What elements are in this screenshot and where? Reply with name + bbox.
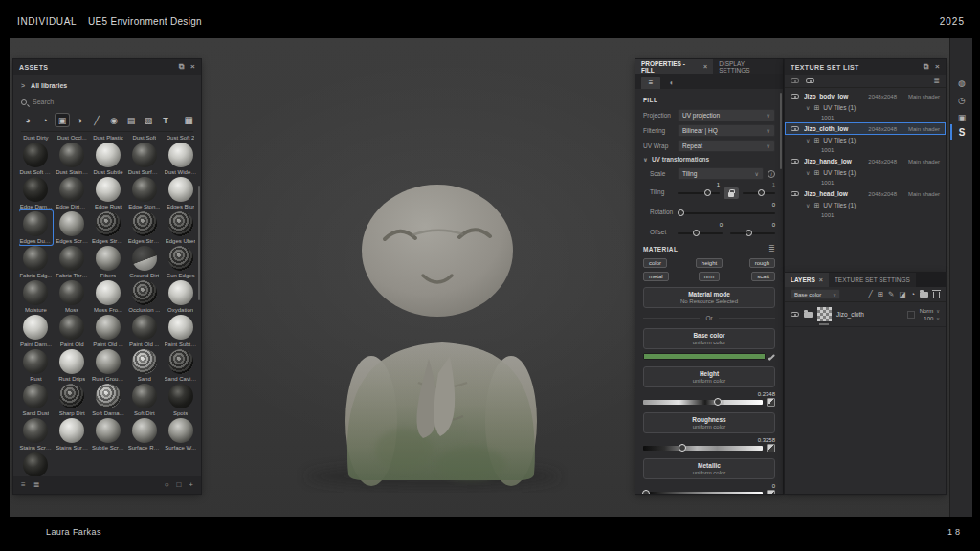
asset-item[interactable]: Paint Old [56, 314, 89, 348]
asset-item[interactable]: Paint Subtl... [164, 314, 197, 348]
uv-tiles-row[interactable]: ∨⊞UV Tiles (1) [785, 135, 946, 145]
asset-item[interactable]: Sand Dust [19, 383, 53, 417]
delete-layer-icon[interactable] [933, 292, 940, 298]
fonts-filter-icon[interactable]: T [159, 114, 172, 126]
popout-icon[interactable]: ⧉ [179, 63, 185, 71]
environments-filter-icon[interactable]: ▧ [142, 114, 155, 126]
asset-item[interactable]: Dust Surface [127, 142, 161, 176]
roughness-slider[interactable] [643, 446, 763, 451]
procedurals-filter-icon[interactable]: ▤ [124, 114, 138, 126]
channel-chip-scatt[interactable]: scatt [751, 272, 775, 281]
asset-item[interactable]: Edges Stro... [92, 210, 125, 245]
slider-knob[interactable] [714, 398, 722, 406]
close-icon[interactable]: × [819, 276, 823, 283]
asset-item[interactable]: Paint Dam... [19, 314, 53, 348]
asset-item[interactable]: Edge Dam... [19, 176, 53, 210]
add-mask-icon[interactable]: ◪ [899, 291, 905, 298]
uv-wrap-dropdown[interactable]: Repeat ∨ [678, 140, 775, 152]
tab-layers[interactable]: LAYERS × [785, 273, 829, 287]
asset-item[interactable]: Edges Blur [164, 176, 197, 210]
tiling-lock-button[interactable] [724, 187, 739, 199]
base-color-swatch[interactable] [643, 353, 766, 360]
add-paint-layer-icon[interactable]: ✎ [888, 291, 894, 298]
materials-filter-icon[interactable]: ◕ [21, 114, 34, 126]
subtab-material-icon[interactable]: ◐ [662, 77, 681, 89]
asset-item[interactable]: Dust Soft 2 [164, 134, 197, 142]
asset-item[interactable]: Soft Dama... [92, 383, 125, 417]
texture-set-row[interactable]: Jizo_hands_low2048x2048Main shader [785, 155, 946, 167]
asset-item[interactable]: Edge Rust [92, 176, 125, 210]
asset-item[interactable]: Surface Rust [127, 417, 161, 452]
layer-thumbnail[interactable] [817, 307, 832, 321]
pending-resources-icon[interactable]: ○ [165, 481, 169, 489]
material-mode-icon[interactable]: ≣ [768, 245, 775, 253]
add-folder-icon[interactable] [920, 292, 928, 298]
invert-icon[interactable] [767, 490, 775, 494]
asset-item[interactable]: Stains Surf... [56, 417, 89, 452]
layer-name[interactable]: Jizo_cloth [836, 311, 902, 318]
smart-materials-filter-icon[interactable]: ◔ [38, 114, 52, 126]
channel-chip-rough[interactable]: rough [749, 258, 775, 268]
library-selector[interactable]: > All libraries [13, 75, 201, 91]
invert-icon[interactable] [767, 398, 775, 407]
add-smart-material-icon[interactable]: ◔ [910, 291, 915, 298]
properties-scrollbar[interactable] [780, 93, 782, 169]
texture-set-row[interactable]: Jizo_body_low2048x2048Main shader [785, 90, 946, 102]
asset-item[interactable]: Occlusion ... [127, 279, 161, 314]
import-resources-icon[interactable]: + [189, 481, 193, 489]
slider-knob[interactable] [679, 444, 686, 452]
filtering-dropdown[interactable]: Bilinear | HQ ∨ [678, 124, 775, 137]
asset-item[interactable]: Dust Subtle [92, 142, 125, 176]
asset-item[interactable]: Sand [127, 348, 161, 383]
asset-item[interactable]: Spots [164, 383, 197, 417]
visibility-icon[interactable] [791, 158, 799, 165]
asset-item[interactable]: Gun Edges [164, 245, 197, 279]
asset-item[interactable]: Dust Occl... [56, 134, 89, 142]
close-icon[interactable]: × [703, 63, 707, 70]
close-icon[interactable]: × [935, 63, 940, 71]
tab-texture-set-settings[interactable]: TEXTURE SET SETTINGS [829, 273, 916, 287]
height-slot-button[interactable]: Heightuniform color [643, 366, 775, 387]
channel-chip-height[interactable]: height [696, 258, 723, 268]
smart-masks-filter-icon[interactable]: ▣ [56, 114, 69, 126]
dock-history-icon[interactable]: ◷ [950, 92, 972, 109]
layer-row[interactable]: Jizo_cloth Norm ∨ 100 ∨ [785, 302, 946, 327]
asset-item[interactable]: Dust Soft E... [19, 142, 53, 176]
asset-item[interactable]: Ground Dirt [127, 245, 161, 279]
asset-item[interactable]: Edges Stro... [127, 210, 161, 245]
material-mode-button[interactable]: Material mode No Resource Selected [643, 287, 775, 308]
particles-filter-icon[interactable]: ◉ [107, 114, 121, 126]
asset-item[interactable]: Surface W... [164, 417, 197, 452]
uv-tile-id[interactable]: 1001 [785, 145, 946, 155]
uv-tiles-row[interactable]: ∨⊞UV Tiles (1) [785, 102, 946, 113]
uv-tile-id[interactable]: 1001 [785, 178, 946, 187]
asset-item[interactable]: Dust Soft [127, 134, 161, 142]
subtab-properties-icon[interactable]: ≡ [641, 77, 660, 89]
new-folder-icon[interactable]: □ [176, 481, 181, 489]
jizo-statue[interactable] [289, 143, 605, 493]
filters-filter-icon[interactable]: ◑ [73, 114, 86, 126]
channel-chip-nrm[interactable]: nrm [699, 272, 720, 281]
tab-display-settings[interactable]: DISPLAY SETTINGS [713, 59, 783, 74]
height-slider[interactable] [643, 400, 763, 405]
uv-transformations-header[interactable]: ∨ UV transformations [643, 156, 775, 163]
grid-view-icon[interactable]: ▦ [185, 116, 193, 125]
roughness-slot-button[interactable]: Roughnessuniform color [643, 412, 775, 433]
asset-item[interactable]: Rust Drips [56, 348, 89, 383]
metallic-slider[interactable] [643, 492, 763, 494]
asset-item[interactable]: Dust Wide ... [164, 142, 197, 176]
tab-properties-fill[interactable]: PROPERTIES - FILL × [635, 59, 713, 74]
asset-item[interactable]: Fibers [92, 245, 125, 279]
asset-item[interactable]: Sharp Dirt [56, 383, 89, 417]
stack-options-icon[interactable]: ≣ [933, 77, 940, 85]
dock-substance-icon[interactable]: S [950, 123, 972, 141]
asset-item[interactable]: Stains Scra... [19, 417, 53, 452]
asset-item[interactable]: Dust Dirty [19, 134, 53, 142]
channel-chip-color[interactable]: color [643, 258, 667, 268]
asset-item[interactable]: Edge Dirty ... [56, 176, 89, 210]
popout-icon[interactable]: ⧉ [924, 63, 929, 71]
asset-item[interactable]: Oxydation [164, 279, 197, 314]
asset-item[interactable]: Dust Stained [56, 142, 89, 176]
asset-item[interactable]: Paint Old ... [92, 314, 125, 348]
rotation-slider[interactable]: 0 [678, 203, 775, 220]
